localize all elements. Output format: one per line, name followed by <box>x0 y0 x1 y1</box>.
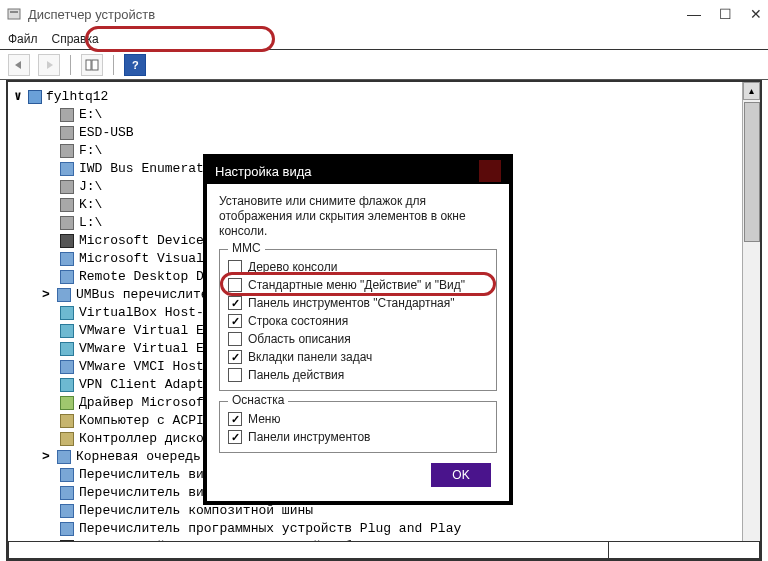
tree-item-label: VMware VMCI Host D <box>79 358 219 376</box>
svg-text:?: ? <box>132 59 139 71</box>
tree-item-label: VPN Client Adapter <box>79 376 219 394</box>
content-pane: ∨ fylhtq12 E:\ESD-USBF:\IWD Bus Enumerat… <box>6 80 762 561</box>
drive-icon <box>60 108 74 122</box>
dialog-title: Настройка вида <box>215 164 312 179</box>
tree-item-label: Перечислитель программных устройств Plug… <box>79 520 461 538</box>
checkbox-label: Панели инструментов <box>248 430 370 444</box>
checkbox[interactable] <box>228 278 242 292</box>
toolbar-divider <box>70 55 71 75</box>
checkbox-label: Меню <box>248 412 280 426</box>
checkbox-row[interactable]: Дерево консоли <box>228 258 488 276</box>
tree-item[interactable]: E:\ <box>12 106 756 124</box>
expand-icon[interactable]: > <box>40 448 52 466</box>
view-settings-dialog: Настройка вида Установите или снимите фл… <box>203 154 513 505</box>
checkbox-row[interactable]: Область описания <box>228 330 488 348</box>
ok-button[interactable]: OK <box>431 463 491 487</box>
tree-item-label: VirtualBox Host-On <box>79 304 219 322</box>
minimize-button[interactable]: — <box>687 6 701 22</box>
checkbox-label: Дерево консоли <box>248 260 337 274</box>
collapse-icon[interactable]: ∨ <box>12 88 24 106</box>
checkbox[interactable] <box>228 430 242 444</box>
checkbox-label: Строка состояния <box>248 314 348 328</box>
app-icon <box>6 6 22 22</box>
folder-icon <box>57 450 71 464</box>
drive-icon <box>60 126 74 140</box>
tree-item-label: VMware Virtual Eth <box>79 322 219 340</box>
tree-item-label: L:\ <box>79 214 102 232</box>
fieldset-mmc-legend: MMC <box>228 241 265 255</box>
statusbar-pane <box>609 542 759 558</box>
forward-button[interactable] <box>38 54 60 76</box>
tree-root-node[interactable]: ∨ fylhtq12 <box>12 88 756 106</box>
checkbox-label: Панель действия <box>248 368 344 382</box>
fieldset-snapin: Оснастка МенюПанели инструментов <box>219 401 497 453</box>
checkbox-row[interactable]: Панель инструментов "Стандартная" <box>228 294 488 312</box>
checkbox-label: Панель инструментов "Стандартная" <box>248 296 455 310</box>
tree-item-label: Microsoft Visual S <box>79 250 219 268</box>
checkbox-row[interactable]: Стандартные меню "Действие" и "Вид" <box>228 276 488 294</box>
tree-item-label: Корневая очередь п <box>76 448 216 466</box>
menu-file[interactable]: Файл <box>8 32 38 46</box>
fieldset-mmc: MMC Дерево консолиСтандартные меню "Дейс… <box>219 249 497 391</box>
tree-item-label: Контроллер дисково <box>79 430 219 448</box>
drive-icon <box>60 144 74 158</box>
svg-rect-0 <box>8 9 20 19</box>
checkbox-row[interactable]: Панель действия <box>228 366 488 384</box>
checkbox[interactable] <box>228 314 242 328</box>
folder-icon <box>60 522 74 536</box>
tree-item-label: Драйвер Microsoft <box>79 394 212 412</box>
show-hide-tree-button[interactable] <box>81 54 103 76</box>
menu-help[interactable]: Справка <box>52 32 99 46</box>
checkbox-label: Область описания <box>248 332 351 346</box>
toolbar: ? <box>0 50 768 80</box>
other-icon <box>60 414 74 428</box>
checkbox-row[interactable]: Строка состояния <box>228 312 488 330</box>
checkbox-row[interactable]: Панели инструментов <box>228 428 488 446</box>
folder-icon <box>57 288 71 302</box>
checkbox-row[interactable]: Вкладки панели задач <box>228 348 488 366</box>
tree-item-label: Компьютер с ACPI н <box>79 412 219 430</box>
titlebar: Диспетчер устройств — ☐ ✕ <box>0 0 768 28</box>
net-icon <box>60 342 74 356</box>
scroll-up-button[interactable]: ▴ <box>743 82 760 100</box>
net-icon <box>60 306 74 320</box>
toolbar-divider <box>113 55 114 75</box>
statusbar-pane <box>9 542 609 558</box>
expand-icon[interactable]: > <box>40 286 52 304</box>
tree-item-label: J:\ <box>79 178 102 196</box>
checkbox[interactable] <box>228 368 242 382</box>
tree-item-label: Microsoft Device A <box>79 232 219 250</box>
maximize-button[interactable]: ☐ <box>719 6 732 22</box>
checkbox-row[interactable]: Меню <box>228 410 488 428</box>
net-icon <box>60 378 74 392</box>
dialog-close-button[interactable] <box>479 160 501 182</box>
dev-icon <box>60 396 74 410</box>
statusbar <box>8 541 760 559</box>
dialog-titlebar[interactable]: Настройка вида <box>207 158 509 184</box>
help-button[interactable]: ? <box>124 54 146 76</box>
tree-item[interactable]: Перечислитель программных устройств Plug… <box>12 520 756 538</box>
scroll-thumb[interactable] <box>744 102 760 242</box>
tree-item-label: E:\ <box>79 106 102 124</box>
folder-icon <box>60 360 74 374</box>
tree-item-label: F:\ <box>79 142 102 160</box>
drive-icon <box>60 180 74 194</box>
checkbox[interactable] <box>228 350 242 364</box>
folder-icon <box>60 270 74 284</box>
close-button[interactable]: ✕ <box>750 6 762 22</box>
checkbox-label: Стандартные меню "Действие" и "Вид" <box>248 278 465 292</box>
vertical-scrollbar[interactable]: ▴ ▾ <box>742 82 760 559</box>
tree-item-label: ESD-USB <box>79 124 134 142</box>
folder-icon <box>60 252 74 266</box>
checkbox[interactable] <box>228 296 242 310</box>
menubar: Файл Справка <box>0 28 768 50</box>
back-button[interactable] <box>8 54 30 76</box>
tree-item[interactable]: ESD-USB <box>12 124 756 142</box>
folder-icon <box>60 486 74 500</box>
checkbox[interactable] <box>228 260 242 274</box>
checkbox[interactable] <box>228 412 242 426</box>
checkbox[interactable] <box>228 332 242 346</box>
tree-item-label: UMBus перечислител <box>76 286 216 304</box>
tree-item-label: VMware Virtual Eth <box>79 340 219 358</box>
dark-icon <box>60 234 74 248</box>
